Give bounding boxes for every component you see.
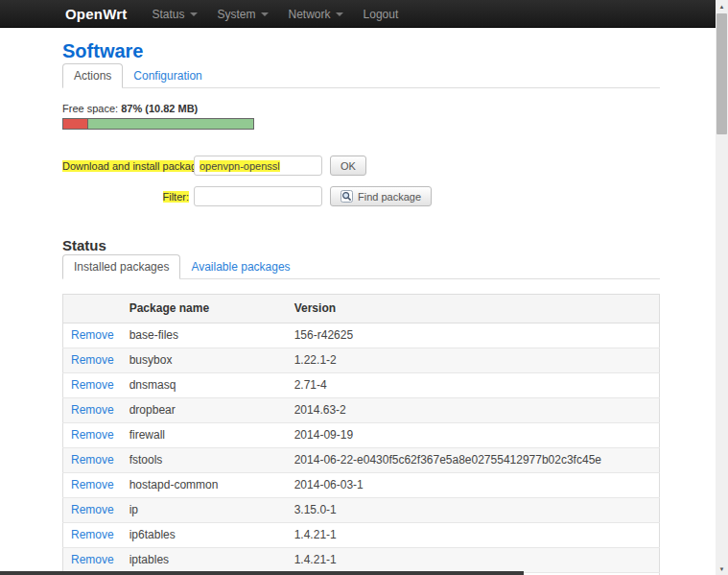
remove-link[interactable]: Remove: [71, 353, 114, 367]
remove-link[interactable]: Remove: [71, 403, 114, 417]
cell-package-name: firewall: [122, 423, 287, 448]
actions-tabbar: ActionsConfiguration: [62, 65, 660, 88]
cell-package-name: iptables: [122, 548, 287, 573]
cell-version: 2014-06-22-e0430f5c62f367e5a8e0275541297…: [287, 448, 660, 473]
cell-version: 2.71-4: [287, 373, 660, 398]
find-package-button[interactable]: Find package: [330, 186, 432, 206]
table-row: Removedropbear2014.63-2: [63, 398, 660, 423]
table-row: Removeip3.15.0-1: [63, 498, 660, 523]
remove-link[interactable]: Remove: [71, 478, 114, 491]
install-package-input[interactable]: openvpn-openssl: [194, 156, 322, 176]
free-space-progressbar: [62, 118, 254, 130]
table-row: Removebase-files156-r42625: [63, 323, 660, 348]
cell-package-name: hostapd-common: [122, 473, 287, 498]
cell-package-name: base-files: [122, 323, 287, 348]
free-space-label: Free space:: [62, 103, 118, 114]
remove-link[interactable]: Remove: [71, 378, 114, 392]
cell-action: Remove: [63, 373, 122, 398]
tab-configuration[interactable]: Configuration: [123, 64, 212, 87]
remove-link[interactable]: Remove: [71, 328, 114, 342]
main-content: Software ActionsConfiguration Free space…: [62, 28, 660, 575]
dropdown-caret-icon: [261, 12, 269, 16]
filter-input[interactable]: [194, 186, 322, 206]
cell-action: Remove: [63, 323, 122, 348]
cell-action: Remove: [63, 448, 122, 473]
cell-version: 1.4.21-1: [287, 523, 660, 548]
cell-action: Remove: [63, 523, 122, 548]
free-space-used-segment: [63, 119, 88, 129]
nav-item-system[interactable]: System: [218, 8, 269, 21]
cell-version: 1.22.1-2: [287, 348, 660, 373]
dropdown-caret-icon: [190, 12, 198, 16]
brand-logo: OpenWrt: [65, 6, 127, 22]
free-space-free-segment: [88, 119, 253, 129]
table-header-version: Version: [287, 295, 660, 323]
table-row: Removednsmasq2.71-4: [63, 373, 660, 398]
table-header-action: [63, 295, 122, 323]
free-space-value: 87% (10.82 MB): [121, 103, 198, 114]
table-row: Removefirewall2014-09-19: [63, 423, 660, 448]
status-section-title: Status: [62, 237, 660, 253]
cell-package-name: dnsmasq: [122, 373, 287, 398]
cell-version: 3.15.0-1: [287, 498, 660, 523]
remove-link[interactable]: Remove: [71, 428, 114, 442]
cell-action: Remove: [63, 348, 122, 373]
install-label: Download and install package:: [62, 160, 189, 172]
window-bottom-edge: [0, 571, 524, 575]
cell-action: Remove: [63, 398, 122, 423]
navbar-menu: StatusSystemNetworkLogout: [152, 5, 418, 22]
cell-action: Remove: [63, 498, 122, 523]
table-row: Removehostapd-common2014-06-03-1: [63, 473, 660, 498]
nav-item-status[interactable]: Status: [152, 8, 197, 21]
vertical-scrollbar[interactable]: ▲ ▼: [716, 0, 728, 575]
install-row: Download and install package: openvpn-op…: [62, 156, 660, 176]
scroll-up-icon[interactable]: ▲: [716, 0, 728, 12]
table-header-row: Package name Version: [63, 295, 660, 323]
cell-action: Remove: [63, 423, 122, 448]
table-row: Removeip6tables1.4.21-1: [63, 523, 660, 548]
cell-package-name: fstools: [122, 448, 287, 473]
package-actions-form: Download and install package: openvpn-op…: [62, 156, 660, 206]
page-title: Software: [62, 40, 660, 62]
cell-version: 1.4.21-1: [287, 548, 660, 573]
tab-actions[interactable]: Actions: [62, 63, 123, 88]
top-navbar: OpenWrt StatusSystemNetworkLogout: [0, 0, 716, 28]
cell-package-name: ip: [122, 498, 287, 523]
cell-version: 2014.63-2: [287, 398, 660, 423]
cell-version: 2014-09-19: [287, 423, 660, 448]
cell-package-name: ip6tables: [122, 523, 287, 548]
scrollbar-thumb[interactable]: [716, 13, 727, 134]
remove-link[interactable]: Remove: [71, 503, 114, 516]
tab-available-packages[interactable]: Available packages: [180, 255, 300, 278]
nav-item-network[interactable]: Network: [289, 8, 343, 21]
ok-button[interactable]: OK: [330, 156, 366, 176]
table-row: Removebusybox1.22.1-2: [63, 348, 660, 373]
cell-package-name: dropbear: [122, 398, 287, 423]
cell-action: Remove: [63, 548, 122, 573]
filter-row: Filter: Find package: [62, 186, 660, 206]
nav-item-label: System: [218, 8, 256, 21]
cell-action: Remove: [63, 473, 122, 498]
remove-link[interactable]: Remove: [71, 528, 114, 541]
find-package-icon: [341, 190, 353, 203]
filter-label: Filter:: [62, 191, 189, 203]
remove-link[interactable]: Remove: [71, 453, 114, 467]
cell-version: 2014-06-03-1: [287, 473, 660, 498]
find-package-button-label: Find package: [358, 191, 421, 203]
free-space-block: Free space: 87% (10.82 MB): [62, 103, 660, 130]
nav-item-logout[interactable]: Logout: [364, 8, 399, 21]
nav-item-label: Status: [152, 8, 184, 21]
table-row: Removeiptables1.4.21-1: [63, 548, 660, 573]
table-row: Removefstools2014-06-22-e0430f5c62f367e5…: [63, 448, 660, 473]
scroll-down-icon[interactable]: ▼: [716, 563, 728, 575]
tab-installed-packages[interactable]: Installed packages: [62, 254, 180, 279]
remove-link[interactable]: Remove: [71, 553, 114, 566]
installed-packages-table: Package name Version Removebase-files156…: [62, 294, 660, 575]
cell-package-name: busybox: [122, 348, 287, 373]
status-tabbar: Installed packagesAvailable packages: [62, 256, 660, 279]
table-header-package-name: Package name: [122, 295, 287, 323]
cell-version: 156-r42625: [287, 323, 660, 348]
nav-item-label: Network: [289, 8, 331, 21]
nav-item-label: Logout: [364, 8, 399, 21]
dropdown-caret-icon: [336, 12, 343, 16]
